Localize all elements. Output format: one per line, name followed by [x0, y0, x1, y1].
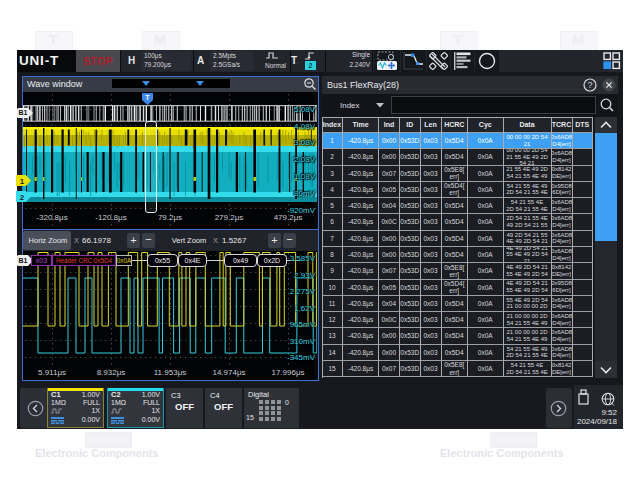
svg-text:2: 2: [20, 193, 25, 202]
svg-text:T: T: [145, 94, 150, 101]
svg-text:?: ?: [587, 80, 592, 90]
svg-text:1: 1: [20, 177, 25, 186]
